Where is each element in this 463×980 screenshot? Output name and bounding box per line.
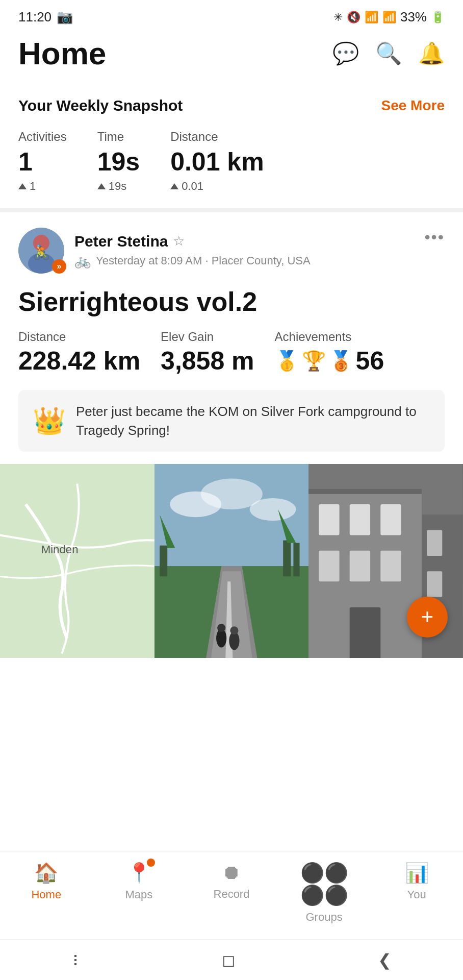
maps-icon: 📍 (127, 862, 151, 884)
user-name-row: Peter Stetina ☆ (74, 233, 311, 250)
nav-item-groups[interactable]: ⚫⚫⚫⚫ Groups (299, 862, 350, 924)
activities-arrow (18, 183, 27, 189)
svg-rect-30 (350, 551, 370, 582)
bike-icon: 🚲 (74, 253, 91, 269)
act-stat-achievements: Achievements 🥇 🏆 🥉 56 (275, 330, 384, 376)
act-distance-label: Distance (18, 330, 140, 344)
time-change-value: 19s (109, 180, 126, 193)
notification-icon[interactable]: 🔔 (418, 41, 445, 66)
svg-point-20 (217, 624, 225, 632)
fab-add-button[interactable]: + (407, 597, 448, 638)
svg-point-10 (249, 498, 296, 521)
snapshot-stats: Activities 1 1 Time 19s 19s Distance 0.0… (18, 130, 445, 193)
record-nav-label: Record (214, 888, 250, 901)
time-label: Time (97, 130, 140, 144)
header-actions: 💬 🔍 🔔 (332, 41, 445, 66)
battery-label: 33% (400, 9, 427, 25)
more-options-button[interactable]: ••• (424, 228, 445, 247)
groups-icon: ⚫⚫⚫⚫ (300, 862, 348, 906)
svg-rect-34 (427, 530, 442, 556)
nav-item-record[interactable]: ⏺ Record (206, 862, 257, 924)
distance-label: Distance (170, 130, 264, 144)
svg-text:Minden: Minden (41, 543, 79, 556)
distance-value: 0.01 km (170, 147, 264, 177)
distance-arrow (170, 183, 178, 189)
search-icon[interactable]: 🔍 (375, 41, 402, 66)
distance-change: 0.01 (170, 180, 264, 193)
act-elev-value: 3,858 m (161, 346, 254, 376)
camera-icon: 📷 (57, 9, 73, 25)
nav-item-you[interactable]: 📊 You (391, 862, 442, 924)
photo-strip: Minden (0, 464, 463, 658)
bronze-medal-icon: 🥉 (329, 350, 353, 372)
time-arrow (97, 183, 106, 189)
time-display: 11:20 (18, 9, 52, 25)
photo-road-cycling[interactable] (155, 464, 309, 658)
activities-change: 1 (18, 180, 67, 193)
svg-rect-27 (350, 504, 370, 535)
weekly-snapshot-section: Your Weekly Snapshot See More Activities… (0, 82, 463, 212)
signal-icon: 📶 (382, 11, 396, 24)
stat-activities: Activities 1 1 (18, 130, 67, 193)
you-icon: 📊 (405, 862, 429, 884)
you-nav-label: You (407, 888, 426, 901)
activity-card: 🚴 Peter Stetina ☆ 🚲 Yesterday at 8:09 AM… (0, 212, 463, 452)
stat-distance: Distance 0.01 km 0.01 (170, 130, 264, 193)
activity-meta: 🚲 Yesterday at 8:09 AM · Placer County, … (74, 253, 311, 269)
svg-rect-13 (283, 541, 291, 577)
photo-map[interactable]: Minden (0, 464, 155, 658)
svg-rect-4 (0, 464, 155, 658)
achievements-icons-row: 🥇 🏆 🥉 56 (275, 346, 384, 376)
act-elev-label: Elev Gain (161, 330, 254, 344)
header: Home 💬 🔍 🔔 (0, 30, 463, 82)
trophy-icon: 🏆 (302, 350, 326, 372)
activities-value: 1 (18, 147, 67, 177)
system-back-button[interactable]: ❮ (378, 950, 392, 970)
activities-change-value: 1 (30, 180, 36, 193)
svg-point-22 (230, 626, 238, 634)
svg-rect-31 (381, 551, 401, 582)
activity-title: Sierrighteous vol.2 (18, 286, 445, 317)
status-left: 11:20 📷 (18, 9, 73, 25)
system-navigation: ⫶ ◻ ❮ (0, 939, 463, 980)
home-nav-label: Home (31, 888, 61, 901)
maps-nav-label: Maps (125, 888, 152, 901)
svg-rect-15 (293, 543, 299, 577)
nav-item-home[interactable]: 🏠 Home (21, 862, 72, 924)
activities-label: Activities (18, 130, 67, 144)
system-menu-button[interactable]: ⫶ (71, 950, 80, 969)
user-name: Peter Stetina (74, 233, 168, 250)
activity-card-header: 🚴 Peter Stetina ☆ 🚲 Yesterday at 8:09 AM… (18, 228, 445, 274)
status-bar: 11:20 📷 ✳ 🔇 📶 📶 33% 🔋 (0, 0, 463, 30)
svg-rect-32 (350, 607, 381, 658)
status-right: ✳ 🔇 📶 📶 33% 🔋 (333, 9, 445, 25)
chat-icon[interactable]: 💬 (332, 41, 359, 66)
record-icon: ⏺ (222, 862, 241, 884)
bottom-navigation: 🏠 Home 📍 Maps ⏺ Record ⚫⚫⚫⚫ Groups 📊 You (0, 851, 463, 939)
distance-change-value: 0.01 (182, 180, 203, 193)
mute-icon: 🔇 (347, 11, 361, 24)
act-achievements-label: Achievements (275, 330, 352, 344)
svg-rect-25 (308, 489, 422, 494)
snapshot-title: Your Weekly Snapshot (18, 97, 183, 114)
svg-text:🚴: 🚴 (33, 244, 50, 261)
time-value: 19s (97, 147, 140, 177)
achievements-count: 56 (356, 346, 384, 376)
svg-rect-11 (160, 546, 167, 577)
svg-rect-29 (319, 551, 340, 582)
svg-rect-28 (381, 504, 401, 535)
battery-icon: 🔋 (431, 11, 445, 24)
bluetooth-icon: ✳ (333, 11, 343, 24)
nav-item-maps[interactable]: 📍 Maps (113, 862, 164, 924)
act-distance-value: 228.42 km (18, 346, 140, 376)
kom-banner: 👑 Peter just became the KOM on Silver Fo… (18, 390, 445, 452)
system-home-button[interactable]: ◻ (222, 950, 236, 970)
photo-building[interactable]: + (308, 464, 463, 658)
user-text-info: Peter Stetina ☆ 🚲 Yesterday at 8:09 AM ·… (74, 233, 311, 269)
star-icon: ☆ (173, 233, 185, 249)
activity-timestamp: Yesterday at 8:09 AM · Placer County, US… (96, 254, 311, 267)
verified-badge (52, 259, 66, 274)
act-stat-elev: Elev Gain 3,858 m (161, 330, 254, 376)
see-more-button[interactable]: See More (381, 97, 445, 114)
activity-user-info: 🚴 Peter Stetina ☆ 🚲 Yesterday at 8:09 AM… (18, 228, 311, 274)
